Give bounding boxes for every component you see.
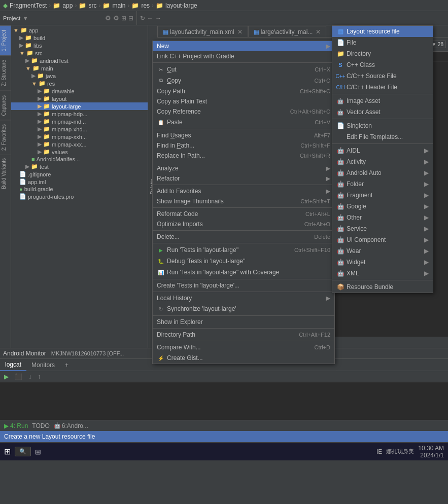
sm-item-android-auto[interactable]: 🤖 Android Auto ▶ (332, 167, 433, 178)
sync-icon[interactable]: ↻ (140, 15, 145, 22)
bottom-toolbar-btn4[interactable]: ↑ (36, 372, 43, 381)
cm-item-delete[interactable]: Delete... Delete (153, 232, 334, 242)
tree-item-main[interactable]: ▼ 📁 main (11, 64, 148, 72)
cm-item-compare-with[interactable]: Compare With... Ctrl+D (153, 342, 334, 352)
cm-item-add-favorites[interactable]: Add to Favorites ▶ (153, 186, 334, 196)
cm-item-copy-plain[interactable]: Copy as Plain Text (153, 96, 334, 106)
sm-item-xml[interactable]: 🤖 XML ▶ (332, 268, 433, 279)
tree-item-drawable[interactable]: ▶ 📁 drawable (11, 87, 148, 95)
tree-item-mipmap-md[interactable]: ▶ 📁 mipmap-md... (11, 118, 148, 125)
cm-item-create-gist[interactable]: ⚡ Create Gist... (153, 352, 334, 364)
sm-item-image-asset[interactable]: 🤖 Image Asset (332, 95, 433, 106)
tab-close-icon[interactable]: ✕ (237, 28, 243, 35)
sm-item-singleton[interactable]: 📄 Singleton (332, 120, 433, 131)
project-tab[interactable]: 1: Project (0, 25, 11, 55)
bc-fragment[interactable]: FragmentTest (10, 2, 47, 9)
tree-item-values[interactable]: ▶ 📁 values (11, 148, 148, 156)
sm-item-service[interactable]: 🤖 Service ▶ (332, 223, 433, 234)
sm-item-layout-resource-file[interactable]: ▦ Layout resource file (332, 26, 433, 37)
sm-item-fragment[interactable]: 🤖 Fragment ▶ (332, 190, 433, 201)
tree-item-mipmap-hdp[interactable]: ▶ 📁 mipmap-hdp... (11, 110, 148, 118)
tab-layout-activity-main[interactable]: ▦ layout\activity_main.xml ✕ (157, 26, 248, 37)
tree-item-buildgradle[interactable]: ● build.gradle (11, 186, 148, 193)
tab-close-icon2[interactable]: ✕ (316, 28, 321, 35)
structure-tab[interactable]: Z: Structure (0, 55, 11, 90)
cm-item-create-tests[interactable]: Create 'Tests in 'layout-large'... (153, 280, 334, 291)
start-button[interactable]: ⊞ (4, 447, 11, 456)
tree-item-mipmap-xxh[interactable]: ▶ 📁 mipmap-xxh... (11, 133, 148, 140)
bc-layout-large[interactable]: layout-large (165, 2, 197, 9)
tree-item-java[interactable]: ▶ 📁 java (11, 72, 148, 80)
tab-plus[interactable]: + (60, 359, 74, 371)
sm-item-cpp-class[interactable]: S C++ Class (332, 59, 433, 70)
bc-app[interactable]: app (62, 2, 73, 9)
sm-item-other[interactable]: 🤖 Other ▶ (332, 212, 433, 223)
taskbar-ie[interactable]: IE (376, 448, 382, 455)
tree-item-androidtest[interactable]: ▶ 📁 androidTest (11, 57, 148, 64)
bc-res[interactable]: res (141, 2, 150, 9)
sm-item-cpp-header[interactable]: C/H C/C++ Header File (332, 82, 433, 93)
sm-item-aidl[interactable]: 🤖 AIDL ▶ (332, 145, 433, 156)
sm-item-widget[interactable]: 🤖 Widget ▶ (332, 257, 433, 268)
todo-btn[interactable]: TODO (32, 422, 49, 429)
tree-item-app[interactable]: ▼ 📁 app (11, 26, 148, 34)
sm-item-resource-bundle[interactable]: 📦 Resource Bundle (332, 281, 433, 293)
tree-item-gitignore[interactable]: 📄 .gitignore (11, 170, 148, 178)
sm-item-google[interactable]: 🤖 Google ▶ (332, 201, 433, 212)
cm-item-directory-path[interactable]: Directory Path Ctrl+Alt+F12 (153, 330, 334, 340)
tree-item-layout-large[interactable]: ▶ 📁 layout-large (11, 102, 148, 110)
cm-item-refactor[interactable]: Refactor ▶ (153, 173, 334, 184)
tab-logcat[interactable]: logcat (0, 359, 26, 371)
tree-item-appiml[interactable]: 📄 app.iml (11, 178, 148, 186)
taskbar-app[interactable]: 娜扎现身美 (386, 448, 414, 455)
bc-main[interactable]: main (112, 2, 125, 9)
right-arrow-icon[interactable]: → (155, 15, 161, 22)
tree-item-mipmap-xxx[interactable]: ▶ 📁 mipmap-xxx... (11, 140, 148, 148)
sm-item-folder[interactable]: 🤖 Folder ▶ (332, 178, 433, 190)
sm-item-wear[interactable]: 🤖 Wear ▶ (332, 245, 433, 257)
tree-item-layout[interactable]: ▶ 📁 layout (11, 95, 148, 102)
search-button[interactable]: 🔍 (15, 447, 31, 456)
settings-icon[interactable]: ⚙ (105, 14, 111, 22)
cm-item-paste[interactable]: 📋 Paste Ctrl+V (153, 117, 334, 128)
build-variants-tab[interactable]: Build Variants (0, 155, 11, 192)
cm-item-reformat[interactable]: Reformat Code Ctrl+Alt+L (153, 209, 334, 219)
project-dropdown-icon[interactable]: ▼ (22, 15, 28, 22)
bottom-toolbar-btn2[interactable]: ⬛ (13, 372, 24, 381)
captures-tab[interactable]: Captures (0, 91, 11, 120)
bc-src[interactable]: src (88, 2, 96, 9)
cm-item-analyze[interactable]: Analyze ▶ (153, 163, 334, 173)
cm-item-run[interactable]: ▶ Run 'Tests in 'layout-large'' Ctrl+Shi… (153, 244, 334, 256)
cm-item-copy-ref[interactable]: Copy Reference Ctrl+Alt+Shift+C (153, 106, 334, 117)
cm-item-find-in-path[interactable]: Find in Path... Ctrl+Shift+F (153, 140, 334, 151)
tab-large-activity[interactable]: ▦ large\activity_mai... ✕ (248, 26, 327, 37)
bottom-toolbar-btn1[interactable]: ▶ (2, 372, 11, 381)
tree-item-mipmap-xhd[interactable]: ▶ 📁 mipmap-xhd... (11, 125, 148, 133)
tab-monitors[interactable]: Monitors (26, 359, 60, 371)
cm-item-copy-path[interactable]: Copy Path Ctrl+Shift+C (153, 86, 334, 96)
sm-item-directory[interactable]: 📁 Directory (332, 48, 433, 59)
cm-item-local-history[interactable]: Local History ▶ (153, 293, 334, 303)
bottom-toolbar-btn3[interactable]: ↓ (26, 372, 33, 381)
sm-item-vector-asset[interactable]: 🤖 Vector Asset (332, 106, 433, 118)
gear2-icon[interactable]: ⚙ (113, 14, 119, 22)
cm-item-cut[interactable]: ✂ Cut Ctrl+X (153, 64, 334, 75)
cm-item-run-coverage[interactable]: 📊 Run 'Tests in 'layout-large'' with Cov… (153, 267, 334, 278)
cm-item-optimize-imports[interactable]: Optimize Imports Ctrl+Alt+O (153, 219, 334, 229)
cm-item-show-thumbnails[interactable]: Show Image Thumbnails Ctrl+Shift+T (153, 196, 334, 206)
tree-item-res[interactable]: ▼ 📁 res (11, 80, 148, 87)
tree-item-build[interactable]: ▶ 📁 build (11, 34, 148, 42)
taskview-button[interactable]: ⊞ (35, 448, 41, 456)
cm-item-new[interactable]: New ▶ (153, 41, 334, 51)
left-arrow-icon[interactable]: ← (147, 15, 153, 22)
sm-item-ui-component[interactable]: 🤖 UI Component ▶ (332, 234, 433, 245)
cm-item-find-usages[interactable]: Find Usages Alt+F7 (153, 130, 334, 140)
cm-item-debug[interactable]: 🐛 Debug 'Tests in 'layout-large'' (153, 256, 334, 267)
favorites-tab[interactable]: 2: Favorites (0, 120, 11, 155)
cm-item-link-cpp[interactable]: Link C++ Project with Gradle (153, 51, 334, 61)
tree-item-androidmanifest[interactable]: ■ AndroidManifes... (11, 156, 148, 163)
sm-item-cpp-source[interactable]: C++ C/C++ Source File (332, 70, 433, 82)
tree-item-libs[interactable]: ▶ 📁 libs (11, 42, 148, 49)
tree-item-src[interactable]: ▼ 📁 src (11, 49, 148, 57)
run-button[interactable]: ▶ 4: Run (4, 422, 28, 429)
